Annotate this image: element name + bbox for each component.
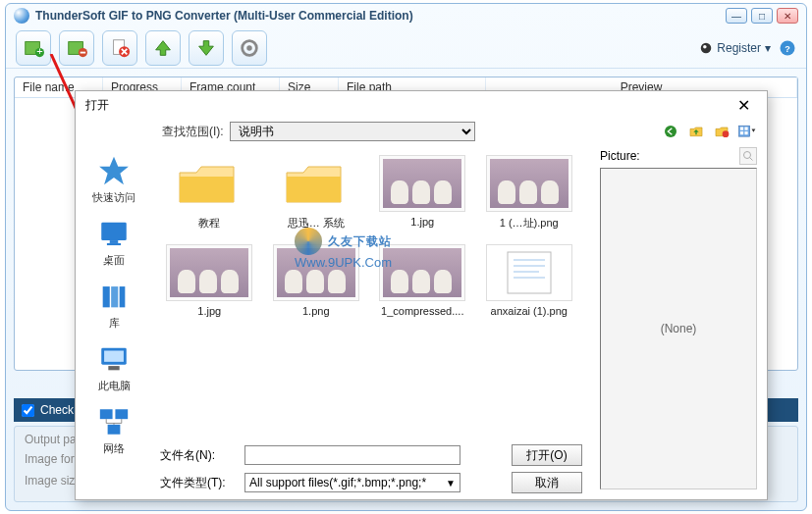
filetype-label: 文件类型(T): (160, 475, 237, 491)
file-name-label: 1.png (302, 305, 330, 317)
file-item[interactable]: 1.jpg (373, 150, 472, 235)
toolbar: + Register ▾ ? (6, 27, 806, 69)
file-item[interactable]: 1.jpg (160, 239, 259, 322)
cancel-button[interactable]: 取消 (512, 472, 582, 493)
folder-icon (166, 155, 252, 212)
svg-rect-32 (115, 409, 128, 419)
place-network[interactable]: 网络 (84, 405, 143, 456)
files-grid[interactable]: 教程思迅… 系统1.jpg1 (…址).png1.jpg1.png1_compr… (160, 150, 582, 437)
add-file-button[interactable]: + (16, 30, 51, 66)
svg-point-9 (246, 45, 252, 51)
svg-rect-27 (120, 286, 126, 307)
file-open-dialog: 打开 ✕ 查找范围(I): 说明书 快速访问 桌面 库 (75, 90, 768, 500)
svg-rect-23 (110, 240, 119, 243)
file-name-label: 1.jpg (410, 216, 434, 228)
folder-icon (273, 155, 359, 212)
image-thumb (379, 244, 465, 301)
svg-rect-26 (111, 286, 118, 307)
preview-box: (None) (600, 168, 757, 489)
svg-rect-24 (107, 243, 121, 245)
zoom-icon (739, 147, 757, 165)
file-name-label: 1_compressed.... (381, 305, 463, 317)
svg-point-16 (723, 130, 730, 137)
file-name-label: anxaizai (1).png (491, 305, 568, 317)
svg-rect-34 (508, 252, 551, 293)
places-bar: 快速访问 桌面 库 此电脑 网络 (76, 144, 152, 499)
titlebar: ThunderSoft GIF to PNG Converter (Multi-… (6, 4, 806, 27)
svg-rect-29 (104, 351, 124, 362)
close-button[interactable]: ✕ (777, 8, 798, 24)
file-item[interactable]: 1 (…址).png (480, 150, 579, 235)
svg-rect-20 (740, 131, 743, 134)
dialog-close-button[interactable]: ✕ (730, 93, 757, 117)
place-quick-access[interactable]: 快速访问 (84, 154, 143, 205)
file-item[interactable]: anxaizai (1).png (480, 239, 579, 322)
app-title: ThunderSoft GIF to PNG Converter (Multi-… (35, 9, 726, 23)
filename-input[interactable] (244, 445, 460, 465)
maximize-button[interactable]: □ (751, 8, 773, 24)
files-area: 教程思迅… 系统1.jpg1 (…址).png1.jpg1.png1_compr… (152, 144, 590, 499)
document-thumb (486, 244, 572, 301)
dialog-nav: 查找范围(I): 说明书 (76, 119, 767, 144)
help-icon[interactable]: ? (779, 39, 796, 57)
file-item[interactable]: 1_compressed.... (373, 239, 472, 322)
preview-pane: Picture: (None) (590, 144, 767, 499)
image-thumb (486, 155, 572, 212)
register-link[interactable]: Register ▾ (699, 41, 771, 55)
file-item[interactable]: 思迅… 系统 (267, 150, 366, 235)
svg-point-39 (744, 152, 751, 159)
look-in-select[interactable]: 说明书 (230, 122, 475, 141)
look-in-label: 查找范围(I): (162, 124, 224, 140)
key-icon (699, 41, 713, 55)
svg-line-40 (750, 158, 753, 161)
svg-point-15 (665, 126, 677, 137)
up-one-level-icon[interactable] (686, 122, 706, 141)
file-name-label: 1.jpg (197, 305, 221, 317)
down-button[interactable] (189, 30, 224, 66)
up-button[interactable] (145, 30, 181, 66)
chevron-down-icon: ▼ (446, 478, 456, 488)
svg-rect-22 (101, 223, 127, 240)
svg-rect-19 (744, 128, 747, 130)
svg-point-11 (703, 45, 707, 49)
filename-label: 文件名(N): (160, 447, 237, 464)
new-folder-icon[interactable] (712, 122, 731, 141)
file-name-label: 教程 (198, 216, 220, 231)
view-menu-icon[interactable] (737, 122, 757, 141)
minimize-button[interactable]: — (726, 8, 747, 24)
add-folder-button[interactable] (59, 30, 94, 66)
svg-rect-5 (81, 51, 86, 53)
remove-button[interactable] (102, 30, 137, 66)
svg-rect-30 (108, 366, 119, 370)
open-button[interactable]: 打开(O) (512, 444, 582, 466)
preview-label: Picture: (600, 149, 640, 163)
check-all-checkbox[interactable] (22, 404, 34, 417)
back-icon[interactable] (661, 122, 680, 141)
svg-rect-33 (108, 425, 121, 435)
place-this-pc[interactable]: 此电脑 (84, 342, 143, 393)
svg-text:+: + (36, 45, 42, 57)
dialog-titlebar: 打开 ✕ (76, 91, 767, 119)
image-thumb (273, 244, 359, 301)
file-item[interactable]: 教程 (160, 150, 259, 235)
file-name-label: 1 (…址).png (500, 216, 559, 231)
place-desktop[interactable]: 桌面 (84, 217, 143, 268)
svg-rect-31 (100, 409, 113, 419)
settings-button[interactable] (232, 30, 267, 66)
filetype-select[interactable]: All support files(*.gif;*.bmp;*.png;* ▼ (244, 473, 460, 492)
image-size-label: Image size (25, 474, 81, 488)
svg-rect-18 (740, 128, 743, 130)
svg-rect-25 (103, 286, 110, 307)
svg-rect-21 (744, 131, 747, 134)
place-library[interactable]: 库 (84, 280, 143, 331)
dialog-title: 打开 (85, 97, 730, 114)
app-icon (14, 8, 29, 24)
svg-text:?: ? (785, 43, 790, 53)
file-name-label: 思迅… 系统 (288, 216, 345, 231)
file-item[interactable]: 1.png (267, 239, 366, 322)
image-thumb (166, 244, 252, 301)
image-thumb (379, 155, 465, 212)
